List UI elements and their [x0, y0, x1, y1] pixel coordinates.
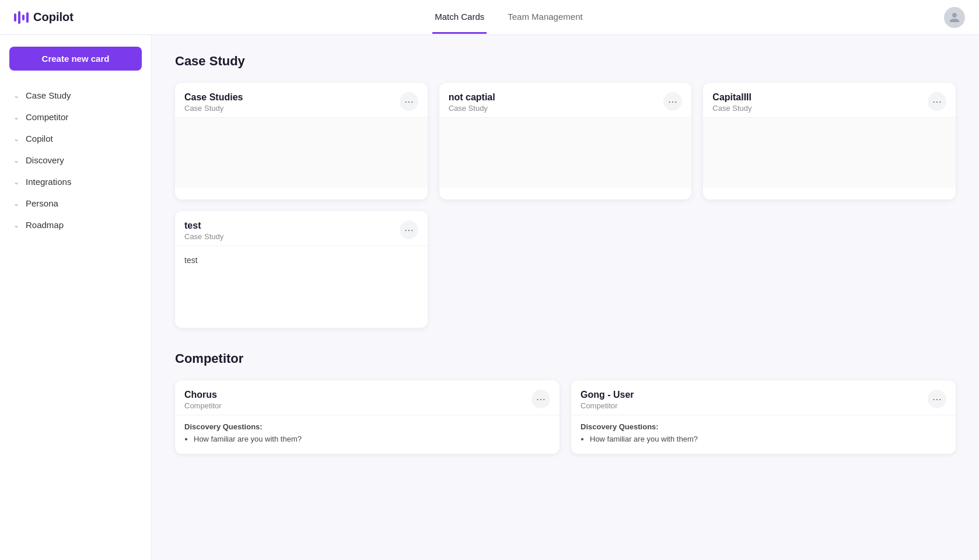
sidebar-item-label-competitor: Competitor — [26, 112, 68, 122]
card-menu-button[interactable]: ⋯ — [663, 92, 682, 111]
card-body-empty — [703, 118, 956, 188]
logo-bar-3 — [22, 15, 25, 20]
chevron-down-icon: ⌄ — [12, 156, 21, 165]
card-body: Discovery Questions: How familiar are yo… — [175, 415, 560, 454]
card-type: Case Study — [184, 104, 243, 113]
app-header: Copilot Match Cards Team Management — [0, 0, 979, 35]
header-right — [944, 7, 965, 28]
case-study-section-title: Case Study — [175, 54, 956, 69]
logo-bar-1 — [14, 13, 16, 22]
logo-icon — [14, 11, 29, 24]
card-menu-button[interactable]: ⋯ — [532, 390, 550, 408]
card-body-empty — [175, 118, 428, 188]
card-capitaliii: CapitalIII Case Study ⋯ — [703, 83, 956, 200]
card-title: not captial — [449, 92, 495, 103]
chevron-down-icon: ⌄ — [12, 91, 21, 100]
sidebar-item-label-integrations: Integrations — [26, 177, 71, 187]
card-menu-button[interactable]: ⋯ — [928, 92, 946, 111]
card-chorus: Chorus Competitor ⋯ Discovery Questions:… — [175, 380, 560, 454]
card-menu-button[interactable]: ⋯ — [400, 220, 418, 239]
main-content: Case Study Case Studies Case Study ⋯ — [152, 35, 979, 560]
card-body-text: test — [184, 256, 198, 265]
chevron-down-icon: ⌄ — [12, 113, 21, 122]
sidebar-item-case-study[interactable]: ⌄ Case Study — [0, 85, 151, 106]
card-title: Case Studies — [184, 92, 243, 103]
card-type: Case Study — [712, 104, 751, 113]
card-title: CapitalIII — [712, 92, 751, 103]
sidebar-item-integrations[interactable]: ⌄ Integrations — [0, 171, 151, 192]
card-header: CapitalIII Case Study ⋯ — [703, 83, 956, 118]
card-title: Chorus — [184, 390, 222, 400]
card-bullet: How familiar are you with them? — [590, 435, 946, 443]
chevron-down-icon: ⌄ — [12, 177, 21, 187]
empty-slot-1 — [439, 211, 692, 328]
card-body: test — [175, 246, 428, 316]
card-type: Competitor — [581, 401, 634, 410]
card-bullet: How familiar are you with them? — [194, 435, 550, 443]
sidebar-item-copilot[interactable]: ⌄ Copilot — [0, 128, 151, 149]
avatar[interactable] — [944, 7, 965, 28]
card-title-info: Case Studies Case Study — [184, 92, 243, 113]
card-header: Case Studies Case Study ⋯ — [175, 83, 428, 118]
sidebar-item-label-persona: Persona — [26, 198, 58, 208]
chevron-down-icon: ⌄ — [12, 134, 21, 144]
logo-bar-2 — [18, 11, 20, 24]
card-title-info: Gong - User Competitor — [581, 390, 634, 410]
card-header: not captial Case Study ⋯ — [439, 83, 692, 118]
card-title-info: not captial Case Study — [449, 92, 495, 113]
sidebar-item-persona[interactable]: ⌄ Persona — [0, 192, 151, 214]
card-type: Case Study — [449, 104, 495, 113]
competitor-section-title: Competitor — [175, 351, 956, 366]
card-header: Chorus Competitor ⋯ — [175, 380, 560, 415]
card-header: Gong - User Competitor ⋯ — [571, 380, 956, 415]
nav-match-cards[interactable]: Match Cards — [432, 1, 487, 34]
sidebar-item-competitor[interactable]: ⌄ Competitor — [0, 106, 151, 128]
page-layout: Create new card ⌄ Case Study ⌄ Competito… — [0, 35, 979, 560]
card-type: Competitor — [184, 401, 222, 410]
card-type: Case Study — [184, 232, 223, 241]
card-menu-button[interactable]: ⋯ — [928, 390, 946, 408]
card-case-studies: Case Studies Case Study ⋯ — [175, 83, 428, 200]
card-body-label: Discovery Questions: — [581, 422, 946, 431]
card-title: Gong - User — [581, 390, 634, 400]
card-test: test Case Study ⋯ test — [175, 211, 428, 328]
create-card-button[interactable]: Create new card — [9, 47, 142, 71]
card-header: test Case Study ⋯ — [175, 211, 428, 246]
sidebar-item-roadmap[interactable]: ⌄ Roadmap — [0, 214, 151, 236]
nav-team-management[interactable]: Team Management — [505, 1, 585, 34]
logo-text: Copilot — [33, 10, 74, 24]
case-study-section: Case Study Case Studies Case Study ⋯ — [175, 54, 956, 328]
competitor-section: Competitor Chorus Competitor ⋯ Discovery… — [175, 351, 956, 454]
sidebar-item-label-copilot: Copilot — [26, 134, 53, 144]
card-title: test — [184, 220, 223, 231]
card-gong-user: Gong - User Competitor ⋯ Discovery Quest… — [571, 380, 956, 454]
card-title-info: CapitalIII Case Study — [712, 92, 751, 113]
logo-bar-4 — [26, 12, 29, 23]
card-body: Discovery Questions: How familiar are yo… — [571, 415, 956, 454]
card-body-empty — [439, 118, 692, 188]
chevron-down-icon: ⌄ — [12, 220, 21, 230]
sidebar: Create new card ⌄ Case Study ⌄ Competito… — [0, 35, 152, 560]
card-not-captial: not captial Case Study ⋯ — [439, 83, 692, 200]
sidebar-item-label-roadmap: Roadmap — [26, 220, 64, 230]
sidebar-item-discovery[interactable]: ⌄ Discovery — [0, 149, 151, 171]
empty-slot-2 — [703, 211, 956, 328]
card-title-info: Chorus Competitor — [184, 390, 222, 410]
card-menu-button[interactable]: ⋯ — [400, 92, 418, 111]
sidebar-item-label-discovery: Discovery — [26, 155, 64, 165]
card-title-info: test Case Study — [184, 220, 223, 241]
main-nav: Match Cards Team Management — [432, 1, 585, 34]
sidebar-item-label-case-study: Case Study — [26, 90, 71, 100]
card-body-label: Discovery Questions: — [184, 422, 550, 431]
chevron-down-icon: ⌄ — [12, 199, 21, 208]
logo: Copilot — [14, 10, 74, 24]
